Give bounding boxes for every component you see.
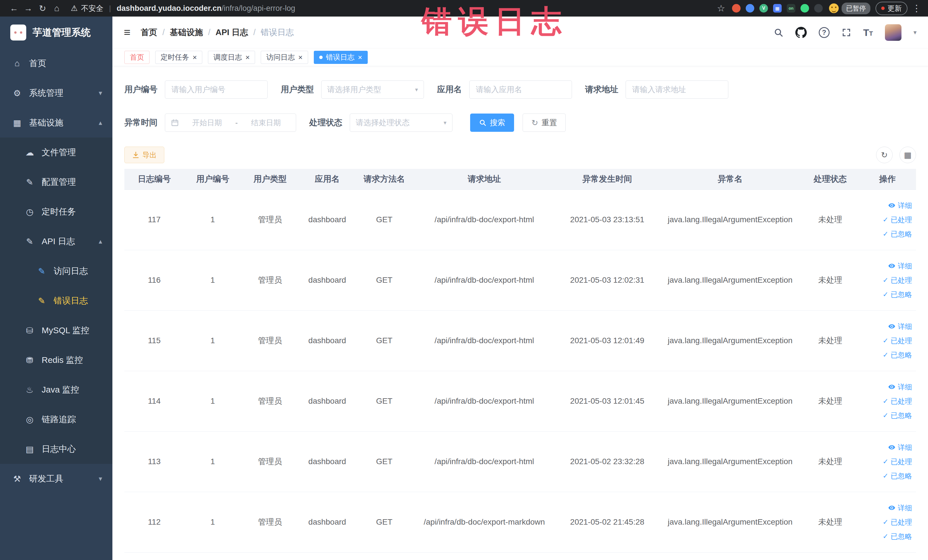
breadcrumb-item[interactable]: API 日志	[215, 27, 248, 38]
ext-vue-icon[interactable]: V	[759, 4, 768, 12]
reload-icon[interactable]: ↻	[35, 3, 50, 14]
close-icon[interactable]: ×	[358, 53, 362, 61]
table-row: 1151管理员dashboardGET/api/infra/db-doc/exp…	[124, 310, 916, 371]
mark-processed-link[interactable]: ✓已处理	[883, 516, 912, 528]
detail-link[interactable]: 详细	[888, 199, 912, 212]
content: 用户编号 用户类型 请选择用户类型 ▾ 应用名 请求地址 异常时间	[112, 66, 928, 552]
mark-ignored-link[interactable]: ✓已忽略	[883, 409, 912, 422]
sidebar-item-redis[interactable]: ⛃Redis 监控	[0, 345, 112, 375]
close-icon[interactable]: ×	[245, 53, 250, 61]
mark-ignored-link[interactable]: ✓已忽略	[883, 470, 912, 482]
action-label: 已忽略	[891, 530, 912, 543]
site-security-chip[interactable]: ⚠ 不安全	[71, 3, 103, 14]
sidebar: 芋道管理系统 ⌂首页⚙系统管理▾▦基础设施▴☁文件管理✎配置管理◷定时任务✎AP…	[0, 17, 112, 560]
detail-link[interactable]: 详细	[888, 259, 912, 272]
sidebar-item-config[interactable]: ✎配置管理	[0, 167, 112, 197]
breadcrumb-item[interactable]: 首页	[140, 27, 157, 38]
tab-error-log[interactable]: 错误日志×	[314, 51, 368, 64]
sidebar-item-infra[interactable]: ▦基础设施▴	[0, 108, 112, 137]
mark-processed-link[interactable]: ✓已处理	[883, 274, 912, 287]
tags-bar: 首页定时任务×调度日志×访问日志×错误日志×	[112, 49, 928, 66]
filter-user-id: 用户编号	[124, 81, 267, 99]
tab-access-log[interactable]: 访问日志×	[261, 51, 308, 64]
sidebar-item-api-log[interactable]: ✎API 日志▴	[0, 226, 112, 256]
close-icon[interactable]: ×	[298, 53, 302, 61]
log-center-icon: ▤	[24, 444, 35, 454]
ext-paw-icon[interactable]	[814, 4, 823, 12]
bookmark-star-icon[interactable]: ☆	[717, 3, 725, 14]
ext-green-icon[interactable]	[800, 4, 809, 12]
user-id-input[interactable]	[165, 81, 267, 99]
sidebar-item-system[interactable]: ⚙系统管理▾	[0, 78, 112, 108]
action-label: 已忽略	[891, 227, 912, 240]
cell-exception-time: 2021-05-03 23:13:51	[556, 189, 659, 250]
redis-icon: ⛃	[24, 355, 35, 365]
sidebar-item-job[interactable]: ◷定时任务	[0, 197, 112, 226]
sidebar-item-access-log[interactable]: ✎访问日志	[0, 256, 112, 286]
chrome-menu-icon[interactable]: ⋮	[912, 3, 921, 14]
detail-link[interactable]: 详细	[888, 381, 912, 393]
ext-blue-icon[interactable]	[746, 4, 754, 12]
avatar[interactable]	[885, 24, 902, 41]
sidebar-item-error-log[interactable]: ✎错误日志	[0, 286, 112, 316]
detail-link[interactable]: 详细	[888, 320, 912, 333]
ext-grid-icon[interactable]: ▦	[773, 4, 781, 12]
reset-button[interactable]: ↻ 重置	[523, 113, 566, 132]
request-url-input[interactable]	[626, 81, 728, 99]
process-status-select[interactable]: 请选择处理状态 ▾	[350, 113, 452, 132]
github-icon[interactable]	[795, 27, 807, 38]
refresh-button[interactable]: ↻	[876, 146, 893, 163]
help-icon[interactable]: ?	[819, 27, 830, 38]
mark-ignored-link[interactable]: ✓已忽略	[883, 227, 912, 240]
fullscreen-icon[interactable]	[841, 27, 851, 37]
breadcrumb-item[interactable]: 基础设施	[170, 27, 203, 38]
mark-processed-link[interactable]: ✓已处理	[883, 395, 912, 407]
close-icon[interactable]: ×	[192, 53, 197, 61]
cell-user-id: 1	[184, 310, 241, 371]
mark-ignored-link[interactable]: ✓已忽略	[883, 288, 912, 301]
tab-job-log[interactable]: 调度日志×	[208, 51, 255, 64]
mark-ignored-link[interactable]: ✓已忽略	[883, 349, 912, 361]
ext-red-icon[interactable]	[732, 4, 740, 12]
ext-on-icon[interactable]: on	[787, 4, 795, 12]
font-size-icon[interactable]: TT	[863, 27, 873, 37]
hamburger-icon[interactable]: ≡	[124, 26, 130, 39]
forward-icon[interactable]: →	[21, 3, 35, 13]
cell-exception-name: java.lang.IllegalArgumentException	[659, 310, 801, 371]
browser-chrome: ← → ↻ ⌂ ⚠ 不安全 | dashboard.yudao.iocoder.…	[0, 0, 928, 17]
tab-job[interactable]: 定时任务×	[155, 51, 202, 64]
export-button[interactable]: 导出	[124, 146, 164, 163]
sidebar-item-log-center[interactable]: ▤日志中心	[0, 434, 112, 464]
cell-log-id: 114	[124, 371, 184, 431]
check-icon: ✓	[883, 409, 888, 422]
browser-home-icon[interactable]: ⌂	[50, 3, 64, 13]
detail-link[interactable]: 详细	[888, 441, 912, 453]
sidebar-item-dev-tools[interactable]: ⚒研发工具▾	[0, 464, 112, 493]
chevron-down-icon[interactable]: ▾	[913, 29, 917, 36]
column-settings-button[interactable]: ▦	[899, 146, 916, 163]
tab-home[interactable]: 首页	[124, 51, 150, 64]
start-date-placeholder: 开始日期	[183, 118, 231, 128]
cell-request-url: /api/infra/db-doc/export-markdown	[413, 492, 556, 552]
sidebar-item-mysql[interactable]: ⛁MySQL 监控	[0, 316, 112, 345]
mark-ignored-link[interactable]: ✓已忽略	[883, 530, 912, 543]
emoji-face-icon	[829, 3, 839, 13]
mark-processed-link[interactable]: ✓已处理	[883, 334, 912, 347]
chrome-update-button[interactable]: 更新	[876, 2, 907, 15]
address-bar[interactable]: dashboard.yudao.iocoder.cn/infra/log/api…	[117, 4, 295, 13]
exception-time-range-picker[interactable]: 开始日期 - 结束日期	[165, 113, 296, 132]
sidebar-item-file[interactable]: ☁文件管理	[0, 137, 112, 167]
app-logo-row[interactable]: 芋道管理系统	[0, 17, 112, 49]
user-type-select[interactable]: 请选择用户类型 ▾	[321, 81, 424, 99]
detail-link[interactable]: 详细	[888, 502, 912, 514]
back-icon[interactable]: ←	[7, 3, 21, 13]
search-button[interactable]: 搜索	[470, 113, 514, 132]
sidebar-item-java[interactable]: ♨Java 监控	[0, 375, 112, 404]
mark-processed-link[interactable]: ✓已处理	[883, 455, 912, 468]
sidebar-item-home[interactable]: ⌂首页	[0, 49, 112, 78]
sidebar-item-trace[interactable]: ◎链路追踪	[0, 404, 112, 434]
app-name-input[interactable]	[469, 81, 572, 99]
mark-processed-link[interactable]: ✓已处理	[883, 214, 912, 226]
paused-extension-chip[interactable]: 已暂停	[829, 3, 870, 14]
search-icon[interactable]	[774, 27, 783, 37]
